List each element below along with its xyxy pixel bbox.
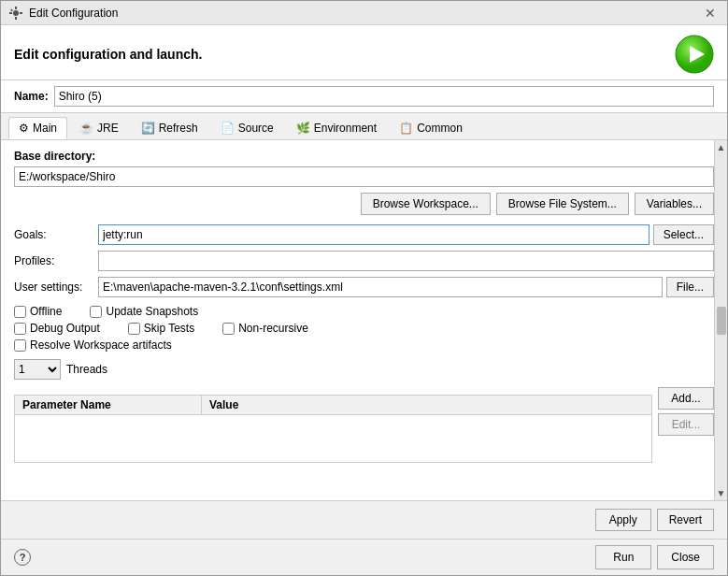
- non-recursive-label: Non-recursive: [238, 322, 308, 335]
- tab-refresh-label: Refresh: [159, 122, 198, 135]
- scroll-up-arrow[interactable]: ▲: [715, 140, 727, 154]
- name-label: Name:: [14, 90, 49, 103]
- window-icon: [8, 6, 23, 21]
- base-dir-input[interactable]: [14, 166, 714, 187]
- resolve-workspace-label: Resolve Workspace artifacts: [30, 338, 172, 352]
- svg-rect-3: [9, 12, 12, 14]
- goals-label: Goals:: [14, 228, 98, 241]
- col-param-name: Parameter Name: [15, 396, 202, 414]
- debug-output-checkbox[interactable]: [14, 323, 26, 335]
- user-settings-label: User settings:: [14, 281, 98, 294]
- revert-button[interactable]: Revert: [657, 509, 714, 531]
- table-side-buttons: Add... Edit...: [658, 387, 714, 463]
- scroll-thumb[interactable]: [717, 307, 726, 335]
- resolve-workspace-checkbox[interactable]: [14, 339, 26, 352]
- apply-button[interactable]: Apply: [595, 509, 651, 531]
- resolve-workspace-row: Resolve Workspace artifacts: [14, 338, 714, 352]
- add-param-button[interactable]: Add...: [658, 387, 714, 410]
- tab-common-label: Common: [417, 122, 463, 135]
- update-snapshots-checkbox-label[interactable]: Update Snapshots: [90, 305, 198, 318]
- tab-source[interactable]: 📄 Source: [210, 117, 284, 139]
- params-table-header: Parameter Name Value: [15, 396, 651, 415]
- checkboxes-section: Offline Update Snapshots Debug Output Sk…: [14, 305, 714, 352]
- col-value: Value: [202, 396, 651, 414]
- tab-jre[interactable]: ☕ JRE: [69, 117, 129, 139]
- goals-input[interactable]: [98, 224, 649, 245]
- title-bar-left: Edit Configuration: [8, 6, 118, 21]
- tab-jre-label: JRE: [97, 122, 119, 135]
- tab-common-icon: 📋: [399, 122, 413, 135]
- tab-main[interactable]: ⚙ Main: [8, 117, 67, 139]
- svg-rect-5: [10, 8, 13, 11]
- tab-environment[interactable]: 🌿 Environment: [286, 117, 387, 139]
- skip-tests-label: Skip Tests: [144, 322, 194, 335]
- tab-main-icon: ⚙: [19, 122, 29, 135]
- non-recursive-checkbox-label[interactable]: Non-recursive: [222, 322, 308, 335]
- svg-rect-2: [15, 17, 17, 20]
- tab-main-label: Main: [33, 122, 57, 135]
- tabs-bar: ⚙ Main ☕ JRE 🔄 Refresh 📄 Source 🌿 Enviro…: [1, 113, 727, 140]
- threads-label: Threads: [66, 363, 107, 376]
- threads-row: 1 2 4 Threads: [14, 359, 714, 380]
- tab-source-label: Source: [238, 122, 274, 135]
- non-recursive-checkbox[interactable]: [222, 323, 235, 335]
- header-subtitle: Edit configuration and launch.: [14, 47, 202, 62]
- skip-tests-checkbox[interactable]: [128, 323, 140, 335]
- browse-filesystem-button[interactable]: Browse File System...: [496, 193, 629, 215]
- tab-jre-icon: ☕: [79, 122, 93, 135]
- bottom-bar: ? Run Close: [1, 539, 727, 575]
- bottom-right-buttons: Run Close: [595, 545, 714, 569]
- threads-select[interactable]: 1 2 4: [14, 359, 61, 380]
- params-table-wrapper: Parameter Name Value Add... Edit...: [14, 387, 714, 463]
- content-scrollbar[interactable]: ▲ ▼: [714, 140, 727, 500]
- update-snapshots-checkbox[interactable]: [90, 306, 102, 318]
- title-bar: Edit Configuration ✕: [1, 1, 727, 25]
- tab-refresh[interactable]: 🔄 Refresh: [131, 117, 208, 139]
- params-table: Parameter Name Value: [14, 395, 652, 463]
- update-snapshots-label: Update Snapshots: [106, 305, 198, 318]
- svg-rect-1: [15, 7, 17, 9]
- launch-icon: [675, 35, 714, 74]
- browse-buttons-row: Browse Workspace... Browse File System..…: [14, 193, 714, 215]
- tab-environment-label: Environment: [314, 122, 377, 135]
- browse-workspace-button[interactable]: Browse Workspace...: [361, 193, 491, 215]
- profiles-row: Profiles:: [14, 251, 714, 271]
- footer-area: Apply Revert: [1, 500, 727, 539]
- base-dir-label: Base directory:: [14, 150, 714, 163]
- scroll-down-arrow[interactable]: ▼: [715, 486, 727, 500]
- profiles-label: Profiles:: [14, 254, 98, 267]
- name-input[interactable]: [54, 86, 714, 107]
- svg-point-0: [13, 10, 19, 16]
- tab-source-icon: 📄: [221, 122, 235, 135]
- debug-output-label: Debug Output: [30, 322, 100, 335]
- window-title: Edit Configuration: [29, 7, 118, 20]
- content-area: Base directory: Browse Workspace... Brow…: [1, 140, 727, 500]
- user-settings-file-button[interactable]: File...: [666, 277, 714, 297]
- tab-environment-icon: 🌿: [296, 122, 310, 135]
- goals-select-button[interactable]: Select...: [653, 224, 714, 245]
- name-row: Name:: [1, 80, 727, 113]
- svg-rect-4: [20, 12, 22, 14]
- header-area: Edit configuration and launch.: [1, 25, 727, 80]
- tab-refresh-icon: 🔄: [141, 122, 155, 135]
- close-button[interactable]: Close: [657, 545, 714, 569]
- offline-label: Offline: [30, 305, 62, 318]
- resolve-workspace-checkbox-label[interactable]: Resolve Workspace artifacts: [14, 338, 172, 352]
- tab-common[interactable]: 📋 Common: [389, 117, 473, 139]
- offline-checkbox[interactable]: [14, 306, 26, 318]
- params-table-body: [15, 415, 651, 462]
- user-settings-row: User settings: File...: [14, 277, 714, 297]
- debug-output-checkbox-label[interactable]: Debug Output: [14, 322, 100, 335]
- user-settings-input[interactable]: [98, 277, 663, 297]
- edit-config-window: Edit Configuration ✕ Edit configuration …: [0, 0, 728, 576]
- edit-param-button[interactable]: Edit...: [658, 413, 714, 436]
- help-button[interactable]: ?: [14, 549, 31, 566]
- run-button[interactable]: Run: [595, 545, 651, 569]
- window-close-button[interactable]: ✕: [701, 6, 720, 21]
- skip-tests-checkbox-label[interactable]: Skip Tests: [128, 322, 194, 335]
- profiles-input[interactable]: [98, 251, 714, 271]
- variables-button[interactable]: Variables...: [635, 193, 714, 215]
- offline-checkbox-label[interactable]: Offline: [14, 305, 62, 318]
- goals-row: Goals: Select...: [14, 224, 714, 245]
